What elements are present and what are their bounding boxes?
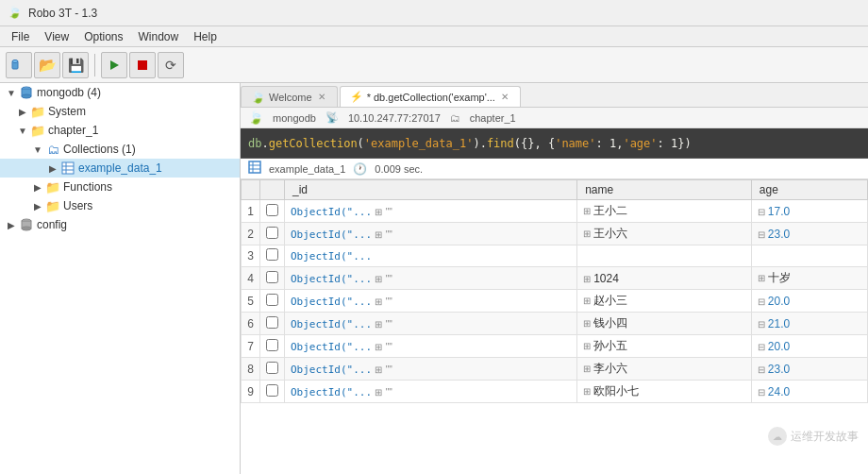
row-name: ⊞李小六 xyxy=(577,358,752,381)
toggle-functions[interactable]: ▶ xyxy=(30,179,45,195)
row-number: 2 xyxy=(242,223,260,245)
row-number: 8 xyxy=(242,358,260,381)
row-age: ⊟23.0 xyxy=(751,223,867,245)
result-table-icon xyxy=(248,161,261,177)
query-editor[interactable]: db.getCollection('example_data_1').find(… xyxy=(241,128,868,159)
query-tab-close[interactable]: ✕ xyxy=(499,92,510,102)
table-row[interactable]: 3ObjectId("... xyxy=(242,245,868,267)
result-bar: example_data_1 🕐 0.009 sec. xyxy=(241,159,868,179)
row-age: ⊟20.0 xyxy=(751,335,867,358)
row-checkbox[interactable] xyxy=(260,200,285,223)
query-info-bar: 🍃 mongodb 📡 10.10.247.77:27017 🗂 chapter… xyxy=(241,108,868,128)
str-icon: ⊞ xyxy=(375,207,382,217)
db-icon: 🍃 xyxy=(248,110,263,125)
str-icon: ⊞ xyxy=(375,364,382,375)
refresh-button[interactable]: ⟳ xyxy=(158,52,184,78)
row-checkbox[interactable] xyxy=(260,223,285,245)
row-checkbox[interactable] xyxy=(260,290,285,313)
collections-icon: 🗂 xyxy=(45,142,60,157)
row-name: ⊞钱小四 xyxy=(577,313,752,335)
table-row[interactable]: 5ObjectId("... ⊞ ""⊞赵小三⊟20.0 xyxy=(242,290,868,313)
str-icon: ⊞ xyxy=(375,387,382,398)
collection-table-icon xyxy=(60,161,75,176)
row-age: ⊞十岁 xyxy=(751,267,867,290)
run-button[interactable] xyxy=(101,52,127,78)
sidebar-item-collections[interactable]: ▼ 🗂 Collections (1) xyxy=(0,140,240,159)
menu-file[interactable]: File xyxy=(4,28,37,45)
users-folder-icon: 📁 xyxy=(45,198,60,213)
table-row[interactable]: 6ObjectId("... ⊞ ""⊞钱小四⊟21.0 xyxy=(242,313,868,335)
row-age: ⊟24.0 xyxy=(751,381,867,403)
tab-query[interactable]: ⚡ * db.getCollection('examp'... ✕ xyxy=(340,86,521,107)
tab-bar: 🍃 Welcome ✕ ⚡ * db.getCollection('examp'… xyxy=(241,83,868,108)
svg-point-1 xyxy=(12,59,18,62)
str-icon: ⊞ xyxy=(375,296,382,307)
stop-button[interactable] xyxy=(129,52,156,78)
save-button[interactable]: 💾 xyxy=(62,52,89,78)
toggle-chapter1[interactable]: ▼ xyxy=(15,123,30,138)
system-label: System xyxy=(48,105,86,118)
table-row[interactable]: 7ObjectId("... ⊞ ""⊞孙小五⊟20.0 xyxy=(242,335,868,358)
toggle-users[interactable]: ▶ xyxy=(30,198,45,213)
sidebar-item-functions[interactable]: ▶ 📁 Functions xyxy=(0,178,240,196)
table-row[interactable]: 4ObjectId("... ⊞ ""⊞1024⊞十岁 xyxy=(242,267,868,290)
config-icon xyxy=(19,217,34,232)
open-connection-button[interactable] xyxy=(6,52,32,78)
row-name: ⊞王小六 xyxy=(577,223,752,245)
row-id: ObjectId("... ⊞ "" xyxy=(285,313,577,335)
menu-options[interactable]: Options xyxy=(76,28,130,45)
sidebar-item-mongodb[interactable]: ▼ mongodb (4) xyxy=(0,83,240,102)
row-checkbox[interactable] xyxy=(260,245,285,267)
toggle-config[interactable]: ▶ xyxy=(4,217,19,232)
toggle-example-data[interactable]: ▶ xyxy=(45,161,60,176)
title-bar: 🍃 Robo 3T - 1.3 xyxy=(0,0,868,26)
row-id: ObjectId("... ⊞ "" xyxy=(285,290,577,313)
toggle-collections[interactable]: ▼ xyxy=(30,142,45,157)
sidebar-item-chapter1[interactable]: ▼ 📁 chapter_1 xyxy=(0,121,240,140)
toggle-system[interactable]: ▶ xyxy=(15,104,30,119)
collection-icon: 🗂 xyxy=(450,112,460,124)
table-row[interactable]: 8ObjectId("... ⊞ ""⊞李小六⊟23.0 xyxy=(242,358,868,381)
svg-rect-16 xyxy=(249,161,260,173)
tab-welcome[interactable]: 🍃 Welcome ✕ xyxy=(241,86,338,107)
qe-age-key: 'age' xyxy=(623,137,657,150)
row-number: 5 xyxy=(242,290,260,313)
right-panel: 🍃 Welcome ✕ ⚡ * db.getCollection('examp'… xyxy=(241,83,868,474)
row-name xyxy=(577,245,752,267)
row-name: ⊞欧阳小七 xyxy=(577,381,752,403)
table-row[interactable]: 1ObjectId("... ⊞ ""⊞王小二⊟17.0 xyxy=(242,200,868,223)
row-id: ObjectId("... ⊞ "" xyxy=(285,358,577,381)
row-age: ⊟23.0 xyxy=(751,358,867,381)
row-number: 7 xyxy=(242,335,260,358)
collections-label: Collections (1) xyxy=(63,143,136,156)
toggle-mongodb[interactable]: ▼ xyxy=(4,85,19,100)
connection-icon: 📡 xyxy=(326,111,339,124)
row-number: 3 xyxy=(242,245,260,267)
users-label: Users xyxy=(63,199,92,212)
sidebar-item-config[interactable]: ▶ config xyxy=(0,215,240,234)
table-row[interactable]: 9ObjectId("... ⊞ ""⊞欧阳小七⊟24.0 xyxy=(242,381,868,403)
sidebar-item-users[interactable]: ▶ 📁 Users xyxy=(0,196,240,215)
row-number: 6 xyxy=(242,313,260,335)
row-checkbox[interactable] xyxy=(260,358,285,381)
row-checkbox[interactable] xyxy=(260,335,285,358)
col-id-header: _id xyxy=(285,180,577,200)
welcome-tab-close[interactable]: ✕ xyxy=(316,92,327,102)
qe-function: db xyxy=(248,137,261,150)
str-icon: ⊞ xyxy=(375,229,382,240)
svg-marker-2 xyxy=(110,60,119,70)
menu-help[interactable]: Help xyxy=(186,28,225,45)
table-row[interactable]: 2ObjectId("... ⊞ ""⊞王小六⊟23.0 xyxy=(242,223,868,245)
col-age-header: age xyxy=(751,180,867,200)
config-label: config xyxy=(37,218,67,231)
row-checkbox[interactable] xyxy=(260,267,285,290)
menu-view[interactable]: View xyxy=(37,28,76,45)
row-checkbox[interactable] xyxy=(260,381,285,403)
row-name: ⊞孙小五 xyxy=(577,335,752,358)
sidebar-item-system[interactable]: ▶ 📁 System xyxy=(0,102,240,121)
qe-find: find xyxy=(487,137,514,150)
open-folder-button[interactable]: 📂 xyxy=(34,52,60,78)
sidebar-item-example-data[interactable]: ▶ example_data_1 xyxy=(0,159,240,178)
menu-window[interactable]: Window xyxy=(131,28,187,45)
row-checkbox[interactable] xyxy=(260,313,285,335)
